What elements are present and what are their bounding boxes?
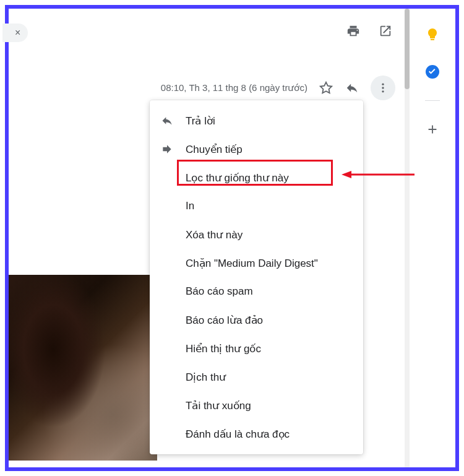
menu-item-label: Báo cáo lừa đảo xyxy=(186,314,263,327)
menu-item-forward[interactable]: Chuyển tiếp xyxy=(150,135,363,163)
reply-icon xyxy=(160,113,174,128)
more-actions-button[interactable] xyxy=(371,76,395,100)
menu-item-filter-like-this[interactable]: Lọc thư giống thư này xyxy=(150,163,363,192)
menu-item-block-sender[interactable]: Chặn "Medium Daily Digest" xyxy=(150,249,363,277)
tasks-icon xyxy=(425,64,440,79)
menu-item-label: In xyxy=(186,200,194,212)
open-new-window-button[interactable] xyxy=(378,24,393,38)
email-body-image xyxy=(9,275,157,461)
close-icon[interactable]: × xyxy=(15,27,20,38)
tasks-addon-button[interactable] xyxy=(421,61,444,83)
menu-item-label: Chuyển tiếp xyxy=(186,143,243,156)
message-timestamp: 08:10, Th 3, 11 thg 8 (6 ngày trước) xyxy=(161,82,307,93)
keep-addon-button[interactable] xyxy=(421,24,444,46)
menu-item-label: Đánh dấu là chưa đọc xyxy=(186,428,290,441)
print-button[interactable] xyxy=(346,24,361,38)
menu-item-show-original[interactable]: Hiển thị thư gốc xyxy=(150,334,363,363)
attachment-chip[interactable]: × xyxy=(2,24,28,42)
plus-icon xyxy=(426,123,439,136)
svg-point-2 xyxy=(382,90,384,92)
menu-item-label: Hiển thị thư gốc xyxy=(186,342,261,355)
more-vert-icon xyxy=(377,82,389,94)
menu-item-label: Báo cáo spam xyxy=(186,285,253,298)
menu-item-report-phishing[interactable]: Báo cáo lừa đảo xyxy=(150,306,363,334)
email-main-area: × 08:10, Th 3, 11 thg 8 (6 ngày trước) xyxy=(9,9,410,467)
message-meta-row: 08:10, Th 3, 11 thg 8 (6 ngày trước) xyxy=(161,76,395,100)
add-addon-button[interactable] xyxy=(421,118,444,141)
svg-point-0 xyxy=(382,84,384,85)
header-actions xyxy=(346,24,393,38)
forward-icon xyxy=(160,142,174,157)
reply-button[interactable] xyxy=(345,80,359,95)
menu-item-report-spam[interactable]: Báo cáo spam xyxy=(150,277,363,306)
menu-item-label: Chặn "Medium Daily Digest" xyxy=(186,257,318,270)
svg-point-1 xyxy=(382,87,384,89)
app-frame: × 08:10, Th 3, 11 thg 8 (6 ngày trước) xyxy=(5,5,459,471)
menu-item-label: Xóa thư này xyxy=(186,228,243,241)
more-actions-menu: Trả lời Chuyển tiếp Lọc thư giống thư nà… xyxy=(150,100,363,454)
star-icon xyxy=(319,81,333,95)
menu-item-label: Dịch thư xyxy=(186,371,226,384)
menu-item-label: Trả lời xyxy=(186,115,215,128)
menu-item-print[interactable]: In xyxy=(150,192,363,220)
menu-item-delete[interactable]: Xóa thư này xyxy=(150,220,363,249)
scrollbar-thumb[interactable] xyxy=(405,9,410,89)
side-panel-divider xyxy=(425,100,440,101)
menu-item-translate[interactable]: Dịch thư xyxy=(150,363,363,391)
menu-item-download[interactable]: Tải thư xuống xyxy=(150,391,363,420)
addons-side-panel xyxy=(410,9,455,467)
menu-item-label: Lọc thư giống thư này xyxy=(186,171,289,184)
print-icon xyxy=(346,24,360,38)
menu-item-reply[interactable]: Trả lời xyxy=(150,106,363,135)
menu-item-label: Tải thư xuống xyxy=(186,399,251,412)
reply-icon xyxy=(345,81,359,95)
star-button[interactable] xyxy=(319,80,333,95)
open-new-icon xyxy=(379,24,392,38)
menu-item-mark-unread[interactable]: Đánh dấu là chưa đọc xyxy=(150,420,363,448)
keep-icon xyxy=(425,27,440,42)
